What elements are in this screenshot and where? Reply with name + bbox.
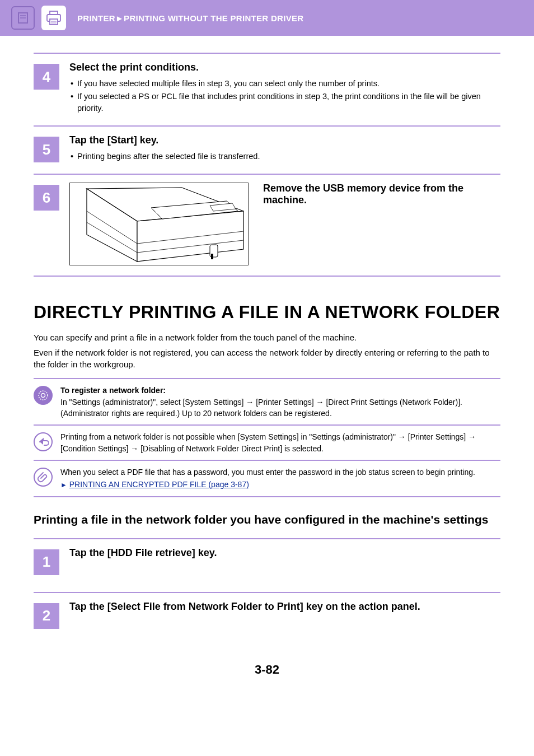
encrypted-pdf-link[interactable]: PRINTING AN ENCRYPTED PDF FILE (page 3-8…: [69, 480, 249, 489]
step-b-2: 2 Tap the [Select File from Network Fold…: [34, 592, 500, 646]
note-pdf: When you select a PDF file that has a pa…: [34, 460, 500, 497]
body-paragraph: Even if the network folder is not regist…: [34, 347, 500, 370]
breadcrumb-title[interactable]: PRINTING WITHOUT THE PRINTER DRIVER: [124, 13, 303, 23]
note-disabled: Printing from a network folder is not po…: [34, 424, 500, 460]
svg-rect-5: [50, 19, 58, 25]
svg-point-20: [41, 394, 45, 398]
step-6: 6 Remove the USB memory device from: [34, 174, 500, 276]
svg-point-19: [39, 391, 48, 400]
step-number: 5: [34, 137, 59, 162]
step-number: 4: [34, 64, 59, 90]
step-number: 2: [34, 603, 59, 629]
svg-rect-18: [211, 254, 213, 259]
step-4: 4 Select the print conditions. If you ha…: [34, 53, 500, 125]
step-number: 6: [34, 185, 59, 211]
step-number: 1: [34, 549, 59, 575]
step-title: Tap the [Select File from Network Folder…: [69, 601, 500, 613]
step-bullets: If you have selected multiple files in s…: [69, 78, 500, 114]
link-arrow-icon: ►: [60, 481, 67, 489]
step-bullets: Printing begins after the selected file …: [69, 151, 500, 162]
printer-header-icon: [41, 6, 66, 30]
breadcrumb-arrow-icon: ►: [115, 13, 124, 23]
breadcrumb: PRINTER►PRINTING WITHOUT THE PRINTER DRI…: [77, 13, 303, 23]
note-register: To register a network folder: In "Settin…: [34, 378, 500, 424]
page-number: 3-82: [34, 662, 500, 677]
step-title: Remove the USB memory device from the ma…: [263, 183, 500, 206]
section-divider: [34, 276, 500, 301]
bullet-item: If you have selected multiple files in s…: [69, 78, 500, 90]
paperclip-icon: [34, 468, 53, 487]
page-content: 4 Select the print conditions. If you ha…: [0, 36, 534, 688]
main-heading: DIRECTLY PRINTING A FILE IN A NETWORK FO…: [34, 301, 500, 323]
step-title: Tap the [HDD File retrieve] key.: [69, 547, 500, 559]
note-text: Printing from a network folder is not po…: [60, 431, 500, 454]
breadcrumb-section[interactable]: PRINTER: [77, 13, 115, 23]
bullet-item: Printing begins after the selected file …: [69, 151, 500, 162]
sub-heading: Printing a file in the network folder yo…: [34, 512, 500, 527]
page-header: PRINTER►PRINTING WITHOUT THE PRINTER DRI…: [0, 0, 534, 36]
note-text: In "Settings (administrator)", select [S…: [60, 398, 462, 418]
step-5: 5 Tap the [Start] key. Printing begins a…: [34, 125, 500, 174]
step-title: Select the print conditions.: [69, 62, 500, 73]
printer-illustration: [69, 183, 249, 265]
bookmark-square-icon: [11, 6, 35, 30]
step-title: Tap the [Start] key.: [69, 134, 500, 146]
back-arrow-icon: [34, 432, 53, 451]
gear-icon: [34, 386, 53, 405]
note-title: To register a network folder:: [60, 385, 500, 396]
body-paragraph: You can specify and print a file in a ne…: [34, 332, 500, 343]
step-b-1: 1 Tap the [HDD File retrieve] key.: [34, 538, 500, 592]
note-text: When you select a PDF file that has a pa…: [60, 468, 475, 477]
bullet-item: If you selected a PS or PCL file that in…: [69, 91, 500, 114]
